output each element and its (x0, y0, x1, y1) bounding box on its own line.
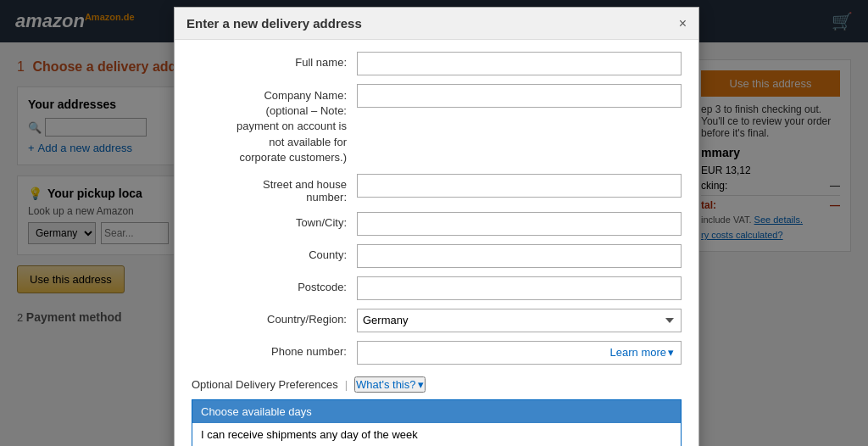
modal-header: Enter a new delivery address × (175, 8, 698, 40)
street-label: Street and housenumber: (192, 174, 357, 203)
town-input[interactable] (357, 212, 682, 236)
company-name-label: Company Name:(optional – Note:payment on… (192, 84, 357, 165)
company-name-input[interactable] (357, 84, 682, 108)
dropdown-item-any-day[interactable]: I can receive shipments any day of the w… (192, 423, 681, 446)
street-input[interactable] (357, 174, 682, 198)
street-row: Street and housenumber: (192, 174, 682, 203)
whats-this-button[interactable]: What's this? ▾ (354, 376, 425, 393)
full-name-row: Full name: (192, 52, 682, 75)
optional-label: Optional Delivery Preferences (192, 378, 338, 391)
modal-body: Full name: Company Name:(optional – Note… (175, 40, 698, 446)
county-input[interactable] (357, 244, 682, 268)
full-name-label: Full name: (192, 52, 357, 69)
country-select[interactable]: Germany Austria Switzerland United Kingd… (357, 309, 682, 332)
phone-label: Phone number: (192, 341, 357, 358)
phone-input[interactable] (357, 341, 604, 365)
town-row: Town/City: (192, 212, 682, 236)
learn-more-button[interactable]: Learn more ▾ (604, 341, 682, 365)
learn-more-chevron: ▾ (668, 346, 674, 359)
postcode-label: Postcode: (192, 276, 357, 293)
phone-row: Phone number: Learn more ▾ (192, 341, 682, 365)
postcode-input[interactable] (357, 276, 682, 300)
town-label: Town/City: (192, 212, 357, 229)
whats-this-chevron: ▾ (418, 378, 424, 391)
dropdown-item-choose[interactable]: Choose available days (192, 400, 681, 423)
learn-more-text: Learn more (610, 346, 666, 359)
county-row: County: (192, 244, 682, 268)
delivery-days-dropdown-list: Choose available days I can receive ship… (192, 399, 682, 446)
optional-preferences-row: Optional Delivery Preferences | What's t… (192, 373, 682, 393)
modal-close-button[interactable]: × (679, 17, 687, 31)
county-label: County: (192, 244, 357, 261)
dropdown-item-choose-label: Choose available days (201, 405, 312, 418)
company-name-row: Company Name:(optional – Note:payment on… (192, 84, 682, 165)
dropdown-item-any-day-label: I can receive shipments any day of the w… (201, 428, 418, 441)
phone-input-group: Learn more ▾ (357, 341, 682, 365)
country-row: Country/Region: Germany Austria Switzerl… (192, 309, 682, 332)
delivery-days-dropdown-container: Choose available days I can receive ship… (192, 399, 682, 446)
full-name-input[interactable] (357, 52, 682, 75)
country-label: Country/Region: (192, 309, 357, 326)
whats-this-text: What's this? (356, 378, 415, 391)
postcode-row: Postcode: (192, 276, 682, 300)
modal-title: Enter a new delivery address (186, 16, 362, 31)
new-address-modal: Enter a new delivery address × Full name… (174, 7, 699, 446)
separator: | (345, 378, 348, 391)
